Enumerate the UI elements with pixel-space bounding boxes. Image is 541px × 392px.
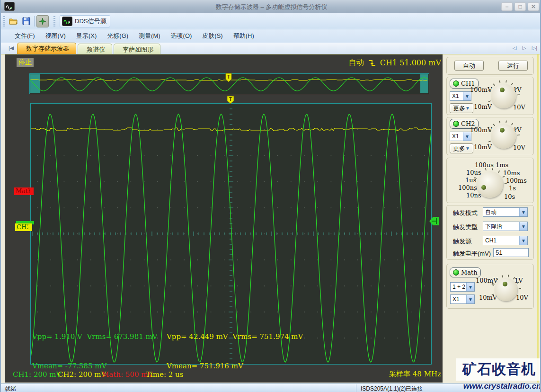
open-file-button[interactable] bbox=[8, 15, 20, 27]
trigger-mode-select[interactable]: 自动 ▼ bbox=[483, 207, 528, 217]
close-button[interactable]: ✕ bbox=[528, 2, 539, 11]
run-state-badge: 停止 bbox=[17, 58, 34, 67]
auto-button[interactable]: 自动 bbox=[454, 61, 484, 71]
math-knob-label-10v: 10V bbox=[516, 294, 528, 301]
tab-spectrum-analyzer[interactable]: 频谱仪 bbox=[78, 44, 112, 54]
menu-skin[interactable]: 皮肤(S) bbox=[197, 30, 228, 42]
title-bar: 数字存储示波器 – 多功能虚拟信号分析仪 – □ ✕ bbox=[1, 0, 541, 13]
ch1-knob-label-100mv: 100mV bbox=[470, 86, 492, 93]
trigger-mode-label: 触发模式 bbox=[453, 209, 478, 217]
device-connection-status: ISDS205A(1.1)(2)已连接 bbox=[361, 385, 423, 392]
ch2-position-marker[interactable]: CH2 bbox=[15, 223, 32, 231]
timebase-knob[interactable] bbox=[477, 171, 503, 198]
main-trigger-position-marker[interactable]: T bbox=[227, 96, 234, 104]
menu-measure[interactable]: 测量(M) bbox=[133, 30, 166, 42]
math-volts-knob[interactable] bbox=[495, 278, 517, 301]
tab-nav-last-button[interactable]: ▷| bbox=[532, 45, 537, 51]
menu-help[interactable]: 帮助(H) bbox=[228, 30, 259, 42]
center-waveform-button[interactable] bbox=[36, 15, 49, 27]
menu-bar: 文件(F) 视图(V) 显示(X) 光标(G) 测量(M) 选项(O) 皮肤(S… bbox=[1, 29, 541, 43]
ch2-knob-label-10mv: 10mV bbox=[474, 143, 492, 151]
save-button[interactable] bbox=[20, 15, 32, 27]
chevron-down-icon: ▼ bbox=[519, 236, 527, 245]
trigger-source-label: 触发源 bbox=[453, 237, 471, 246]
maximize-button[interactable]: □ bbox=[514, 2, 526, 11]
caret-down-icon: ▼ bbox=[465, 146, 470, 151]
timebase-label-1ms: 1ms bbox=[496, 161, 508, 169]
math-scale-select[interactable]: X1 ▼ bbox=[450, 294, 475, 304]
ch1-probe-select[interactable]: X1 ▼ bbox=[450, 91, 471, 101]
math-knob-label-100mv: 100mV bbox=[476, 277, 498, 284]
ch1-measurements: Vpp= 1.910 V Vrms= 673.981 mV Vmean= -77… bbox=[32, 315, 158, 392]
math-led-icon bbox=[453, 269, 459, 276]
ch1-vmean: Vmean= -77.585 mV bbox=[32, 362, 158, 370]
tab-nav-next-button[interactable]: ▷ bbox=[522, 45, 526, 51]
ch2-knob-label-100mv: 100mV bbox=[470, 126, 492, 134]
trigger-type-label: 触发类型 bbox=[453, 223, 478, 232]
tab-oscilloscope[interactable]: 数字存储示波器 bbox=[17, 43, 76, 54]
ch2-volts-knob[interactable] bbox=[491, 124, 516, 149]
trigger-level-input[interactable] bbox=[493, 248, 529, 257]
ch2-vmean: Vmean= 751.916 mV bbox=[167, 362, 303, 370]
math-position-marker[interactable]: Math bbox=[14, 187, 34, 195]
math-knob-label-10mv: 10mV bbox=[479, 294, 497, 301]
scope-header-readout: 自动 CH1 51.000 mV bbox=[349, 58, 441, 68]
run-button[interactable]: 运行 bbox=[498, 61, 528, 71]
chevron-down-icon: ▼ bbox=[466, 283, 474, 291]
ch1-volts-knob[interactable] bbox=[491, 84, 516, 108]
sample-rate-readout: 采样率 48 MHz bbox=[389, 370, 441, 379]
toolbar: DDS信号源 bbox=[1, 13, 541, 29]
ch2-vpp-vrms: Vpp= 42.449 mV Vrms= 751.974 mV bbox=[167, 332, 303, 341]
tab-strip: |◀ 数字存储示波器 频谱仪 李萨如图形 ◁ ▷ ▷| bbox=[1, 43, 541, 54]
timebase-label-10ns: 10ns bbox=[466, 192, 481, 199]
math-operation-select[interactable]: 1 + 2 ▼ bbox=[450, 282, 475, 292]
dds-button-label: DDS信号源 bbox=[75, 17, 106, 26]
ch1-more-dropdown[interactable]: 更多 ▼ bbox=[450, 103, 473, 113]
ch1-knob-label-10mv: 10mV bbox=[474, 103, 492, 110]
trigger-mode-readout: 自动 bbox=[349, 58, 364, 68]
ch1-led-icon bbox=[453, 80, 459, 87]
trigger-level-label: 触发电平(mV) bbox=[453, 249, 491, 258]
menu-options[interactable]: 选项(O) bbox=[166, 30, 197, 42]
timebase-label-10s: 10s bbox=[504, 193, 515, 200]
watermark-url: www.crystalradio.cn bbox=[462, 382, 541, 391]
ch2-led-icon bbox=[453, 121, 459, 127]
ch2-probe-select[interactable]: X1 ▼ bbox=[450, 132, 471, 141]
timebase-label-10ms: 10ms bbox=[503, 169, 520, 177]
menu-display[interactable]: 显示(X) bbox=[71, 30, 102, 42]
tab-nav-prev-button[interactable]: ◁ bbox=[513, 45, 516, 51]
minimize-button[interactable]: – bbox=[501, 2, 513, 11]
toolbar-grip-2 bbox=[53, 16, 55, 27]
tab-scroll-first-button[interactable]: |◀ bbox=[9, 45, 14, 51]
trigger-source-select[interactable]: CH1 ▼ bbox=[483, 236, 528, 245]
oscilloscope-app-window: 数字存储示波器 – 多功能虚拟信号分析仪 – □ ✕ DDS信号源 文件(F) bbox=[0, 0, 541, 392]
caret-down-icon: ▼ bbox=[465, 106, 470, 111]
timebase-label-10us: 10us bbox=[466, 169, 481, 176]
overview-trigger-position-marker[interactable]: T bbox=[225, 73, 232, 82]
chevron-down-icon: ▼ bbox=[519, 208, 527, 216]
scope-display-region: 停止 自动 CH1 51.000 mV T T Math CH2 bbox=[5, 54, 443, 383]
timebase-label-1us: 1us bbox=[465, 177, 476, 184]
toolbar-grip bbox=[3, 16, 5, 27]
chevron-down-icon: ▼ bbox=[466, 295, 474, 303]
menu-view[interactable]: 视图(V) bbox=[40, 30, 71, 42]
control-panel: 自动 运行 CH1 X1 ▼ 更多 ▼ 100mV 1V 10mV 10V CH… bbox=[443, 54, 538, 383]
ch2-measurements: Vpp= 42.449 mV Vrms= 751.974 mV Vmean= 7… bbox=[167, 315, 303, 392]
dds-signal-source-button[interactable]: DDS信号源 bbox=[60, 15, 110, 27]
status-ready-text: 就绪 bbox=[5, 385, 16, 392]
trigger-level-marker[interactable] bbox=[428, 216, 440, 226]
dds-waveform-icon bbox=[62, 17, 72, 26]
menu-file[interactable]: 文件(F) bbox=[9, 30, 40, 42]
trigger-type-select[interactable]: 下降沿 ▼ bbox=[483, 222, 528, 231]
timebase-label-1s: 1s bbox=[509, 185, 516, 192]
ch2-knob-label-10v: 10V bbox=[513, 144, 525, 151]
menu-cursor[interactable]: 光标(G) bbox=[102, 30, 133, 42]
tab-lissajous[interactable]: 李萨如图形 bbox=[114, 44, 160, 54]
panel-edge-strip bbox=[537, 54, 541, 383]
trigger-level-readout: CH1 51.000 mV bbox=[380, 58, 441, 67]
toolbar-separator bbox=[34, 16, 35, 27]
status-separator bbox=[356, 384, 356, 392]
watermark-text: 矿石收音机 bbox=[462, 360, 536, 379]
ch2-more-dropdown[interactable]: 更多 ▼ bbox=[450, 143, 473, 153]
math-enable-button[interactable]: Math bbox=[450, 267, 481, 277]
